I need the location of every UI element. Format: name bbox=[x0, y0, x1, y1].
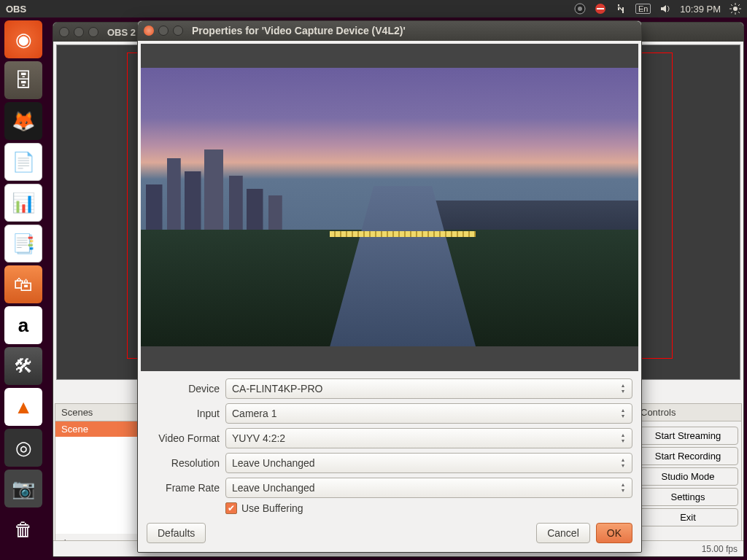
spinner-icon[interactable]: ▴▾ bbox=[617, 456, 629, 470]
launcher-files[interactable]: 🗄 bbox=[4, 61, 42, 99]
launcher-dash[interactable]: ◉ bbox=[4, 20, 42, 58]
active-app-title: OBS bbox=[6, 4, 26, 15]
launcher-impress[interactable]: 📑 bbox=[4, 225, 42, 262]
input-select[interactable]: Camera 1 ▴▾ bbox=[225, 403, 632, 424]
resolution-select[interactable]: Leave Unchanged ▴▾ bbox=[225, 453, 632, 473]
spinner-icon[interactable]: ▴▾ bbox=[617, 481, 629, 495]
input-value: Camera 1 bbox=[232, 408, 276, 419]
obs-window-title: OBS 2 bbox=[107, 27, 136, 38]
defaults-button[interactable]: Defaults bbox=[147, 523, 206, 543]
launcher-writer[interactable]: 📄 bbox=[4, 143, 42, 181]
top-menubar: OBS En 10:39 PM bbox=[0, 0, 747, 18]
launcher-obs[interactable]: ◎ bbox=[4, 429, 42, 467]
obs-tray-icon[interactable] bbox=[574, 3, 586, 15]
resolution-value: Leave Unchanged bbox=[232, 457, 315, 469]
gear-icon[interactable] bbox=[729, 3, 741, 15]
close-icon[interactable] bbox=[144, 26, 154, 36]
controls-panel: Controls Start Streaming Start Recording… bbox=[634, 403, 742, 555]
video-format-value: YUYV 4:2:2 bbox=[232, 432, 285, 444]
svg-point-4 bbox=[733, 7, 738, 11]
launcher-calc[interactable]: 📊 bbox=[4, 184, 42, 222]
maximize-icon[interactable] bbox=[88, 27, 98, 37]
unity-launcher: ◉ 🗄 🦊 📄 📊 📑 🛍 a 🛠 ▲ ◎ 📷 🗑 bbox=[0, 18, 47, 560]
controls-header: Controls bbox=[635, 404, 741, 421]
keyboard-lang-indicator[interactable]: En bbox=[635, 4, 651, 14]
frame-rate-select[interactable]: Leave Unchanged ▴▾ bbox=[225, 478, 632, 498]
settings-button[interactable]: Settings bbox=[638, 488, 738, 506]
minimize-icon[interactable] bbox=[74, 27, 84, 37]
device-value: CA-FLINT4KP-PRO bbox=[232, 383, 322, 394]
exit-button[interactable]: Exit bbox=[638, 508, 738, 526]
checkmark-icon: ✔ bbox=[225, 502, 237, 514]
launcher-firefox[interactable]: 🦊 bbox=[4, 102, 42, 140]
dialog-titlebar[interactable]: Properties for 'Video Capture Device (V4… bbox=[138, 21, 641, 41]
resolution-label: Resolution bbox=[147, 457, 220, 469]
frame-rate-label: Frame Rate bbox=[147, 482, 220, 494]
spinner-icon[interactable]: ▴▾ bbox=[617, 406, 629, 421]
launcher-amazon[interactable]: a bbox=[4, 306, 42, 344]
studio-mode-button[interactable]: Studio Mode bbox=[638, 467, 738, 486]
properties-dialog: Properties for 'Video Capture Device (V4… bbox=[137, 20, 642, 553]
dialog-button-bar: Defaults Cancel OK bbox=[138, 517, 641, 552]
input-label: Input bbox=[147, 408, 220, 419]
spinner-icon[interactable]: ▴▾ bbox=[617, 381, 629, 396]
spinner-icon[interactable]: ▴▾ bbox=[617, 431, 629, 446]
device-select[interactable]: CA-FLINT4KP-PRO ▴▾ bbox=[225, 378, 632, 399]
launcher-camera[interactable]: 📷 bbox=[4, 470, 42, 508]
launcher-trash[interactable]: 🗑 bbox=[4, 510, 42, 548]
minimize-icon[interactable] bbox=[158, 26, 169, 36]
launcher-software[interactable]: 🛍 bbox=[4, 265, 42, 303]
ok-button[interactable]: OK bbox=[596, 523, 632, 543]
use-buffering-checkbox[interactable]: ✔ Use Buffering bbox=[225, 502, 632, 514]
cancel-button[interactable]: Cancel bbox=[536, 523, 590, 543]
start-streaming-button[interactable]: Start Streaming bbox=[638, 427, 738, 445]
frame-rate-value: Leave Unchanged bbox=[232, 482, 315, 494]
video-format-select[interactable]: YUYV 4:2:2 ▴▾ bbox=[225, 428, 632, 448]
dialog-title: Properties for 'Video Capture Device (V4… bbox=[192, 25, 406, 36]
source-preview bbox=[141, 44, 638, 371]
network-icon[interactable] bbox=[615, 3, 627, 15]
device-label: Device bbox=[147, 383, 220, 394]
svg-rect-3 bbox=[597, 8, 604, 9]
launcher-settings[interactable]: 🛠 bbox=[4, 347, 42, 385]
properties-form: Device CA-FLINT4KP-PRO ▴▾ Input Camera 1… bbox=[138, 374, 641, 517]
close-icon[interactable] bbox=[59, 27, 69, 37]
preview-image bbox=[141, 68, 638, 346]
launcher-vlc[interactable]: ▲ bbox=[4, 388, 42, 426]
start-recording-button[interactable]: Start Recording bbox=[638, 447, 738, 465]
volume-icon[interactable] bbox=[659, 3, 671, 15]
maximize-icon[interactable] bbox=[173, 26, 183, 36]
video-format-label: Video Format bbox=[147, 432, 220, 444]
system-tray: En 10:39 PM bbox=[574, 3, 741, 15]
svg-point-1 bbox=[578, 7, 582, 11]
fps-indicator: 15.00 fps bbox=[702, 544, 738, 554]
use-buffering-label: Use Buffering bbox=[241, 502, 303, 514]
clock[interactable]: 10:39 PM bbox=[680, 4, 721, 15]
no-entry-icon[interactable] bbox=[595, 3, 606, 15]
